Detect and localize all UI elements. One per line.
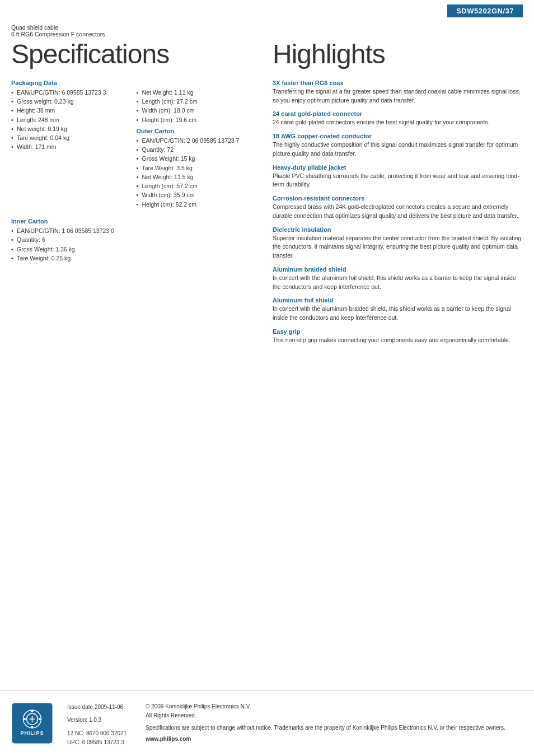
highlights-column: Highlights 3X faster than RG6 coax Trans…: [267, 38, 523, 351]
highlight-text-1: 24 carat gold-plated connectors ensure t…: [273, 118, 523, 127]
upc-line: UPC: 6 09585 13723 3: [67, 738, 134, 747]
list-item: Height: 38 mm: [11, 106, 131, 115]
highlight-title-2: 18 AWG copper-coated conductor: [273, 133, 523, 139]
philips-logo-svg: PHILIPS: [11, 702, 53, 744]
svg-point-6: [24, 718, 26, 720]
footer-meta: Issue date 2009-11-06 Version: 1.0.3 12 …: [67, 702, 134, 747]
packaging-data-heading: Packaging Data: [11, 80, 256, 86]
svg-point-7: [39, 718, 41, 720]
highlight-item-0: 3X faster than RG6 coax Transferring the…: [273, 80, 523, 105]
highlight-title-0: 3X faster than RG6 coax: [273, 80, 523, 86]
specifications-column: Specifications Packaging Data EAN/UPC/GT…: [11, 38, 267, 351]
highlight-item-5: Dielectric insulation Superior insulatio…: [273, 226, 523, 260]
list-item: Gross Weight: 1.36 kg: [11, 245, 256, 254]
list-item: Width (cm): 35.9 cm: [137, 190, 256, 199]
issue-date-value: 2009-11-06: [95, 704, 123, 710]
highlight-text-4: Compressed brass with 24K gold-electropl…: [273, 203, 523, 221]
version-label: Version:: [67, 717, 87, 723]
nc-line: 12 NC: 8670 000 32021: [67, 729, 134, 738]
outer-carton-list: EAN/UPC/GTIN: 2 06 09585 13723 7 Quantit…: [137, 136, 256, 209]
outer-carton-heading: Outer Carton: [137, 128, 256, 134]
nc-label: 12 NC:: [67, 730, 85, 736]
philips-logo-container: PHILIPS: [11, 702, 56, 745]
upc-value: 6 09585 13723 3: [82, 739, 124, 745]
highlight-text-7: In concert with the aluminum braided shi…: [273, 305, 523, 323]
nc-value: 8670 000 32021: [86, 730, 127, 736]
list-item: Gross weight: 0.23 kg: [11, 97, 131, 106]
rights-text: All Rights Reserved.: [146, 712, 196, 718]
list-item: EAN/UPC/GTIN: 2 06 09585 13723 7: [137, 136, 256, 145]
highlight-item-2: 18 AWG copper-coated conductor The highl…: [273, 133, 523, 158]
list-item: Tare Weight: 3.5 kg: [137, 164, 256, 172]
packaging-data-list1: EAN/UPC/GTIN: 6 09585 13723 3 Gross weig…: [11, 88, 131, 152]
highlight-title-8: Easy grip: [273, 328, 523, 335]
issue-date-label: Issue date: [67, 704, 93, 710]
highlight-item-4: Corrosion-resistant connectors Compresse…: [273, 195, 523, 221]
nc-upc: 12 NC: 8670 000 32021 UPC: 6 09585 13723…: [67, 729, 134, 747]
highlight-title-5: Dielectric insulation: [273, 226, 523, 233]
highlight-item-1: 24 carat gold-plated connector 24 carat …: [273, 110, 523, 127]
copyright: © 2009 Koninklijke Philips Electronics N…: [146, 702, 523, 720]
list-item: Height (cm): 19.6 cm: [137, 115, 256, 124]
highlight-title-3: Heavy-duty pliable jacket: [273, 164, 523, 171]
list-item: Width: 171 mm: [11, 142, 131, 151]
svg-rect-0: [12, 703, 52, 743]
highlight-item-6: Aluminum braided shield In concert with …: [273, 266, 523, 292]
list-item: Height (cm): 62.2 cm: [137, 200, 256, 209]
list-item: Tare weight: 0.04 kg: [11, 133, 131, 142]
list-item: Tare Weight: 0.25 kg: [11, 254, 256, 263]
list-item: Net weight: 0.19 kg: [11, 124, 131, 133]
page: SDW5202GN/37 Quad shield cable 6 ft RG6 …: [0, 0, 534, 756]
list-item: Gross Weight: 15 kg: [137, 154, 256, 163]
model-badge: SDW5202GN/37: [447, 4, 523, 17]
packaging-data-list2: Net Weight: 1.11 kg Length (cm): 27.2 cm…: [137, 88, 256, 124]
highlight-title-7: Aluminum foil shield: [273, 297, 523, 304]
product-line2: 6 ft RG6 Compression F connectors: [11, 31, 523, 38]
highlight-text-8: This non-slip grip makes connecting your…: [273, 336, 523, 345]
packaging-data-col1: EAN/UPC/GTIN: 6 09585 13723 3 Gross weig…: [11, 88, 131, 212]
highlight-item-8: Easy grip This non-slip grip makes conne…: [273, 328, 523, 345]
list-item: Quantity: 6: [11, 235, 256, 244]
highlight-item-7: Aluminum foil shield In concert with the…: [273, 297, 523, 323]
upc-label: UPC:: [67, 739, 81, 745]
main-content: Specifications Packaging Data EAN/UPC/GT…: [0, 38, 534, 351]
highlight-text-5: Superior insulation material separates t…: [273, 234, 523, 260]
inner-carton-heading: Inner Carton: [11, 218, 256, 225]
highlight-title-4: Corrosion-resistant connectors: [273, 195, 523, 202]
packaging-data-col2: Net Weight: 1.11 kg Length (cm): 27.2 cm…: [137, 88, 256, 212]
highlight-text-0: Transferring the signal at a far greater…: [273, 87, 523, 105]
copyright-text: © 2009 Koninklijke Philips Electronics N…: [146, 703, 251, 710]
list-item: EAN/UPC/GTIN: 6 09585 13723 3: [11, 88, 131, 97]
product-header: Quad shield cable 6 ft RG6 Compression F…: [0, 20, 534, 38]
footer: PHILIPS Issue date 2009-11-06 Ver: [0, 690, 534, 756]
highlight-text-6: In concert with the aluminum foil shield…: [273, 274, 523, 292]
inner-carton-list: EAN/UPC/GTIN: 1 06 09585 13723 0 Quantit…: [11, 226, 256, 263]
highlight-text-2: The highly conductive composition of thi…: [273, 141, 523, 158]
highlight-item-3: Heavy-duty pliable jacket Pliable PVC sh…: [273, 164, 523, 190]
svg-text:PHILIPS: PHILIPS: [20, 730, 44, 736]
footer-legal: © 2009 Koninklijke Philips Electronics N…: [146, 702, 523, 744]
svg-point-4: [31, 710, 34, 712]
list-item: EAN/UPC/GTIN: 1 06 09585 13723 0: [11, 226, 256, 235]
svg-point-5: [31, 726, 34, 728]
highlight-title-1: 24 carat gold-plated connector: [273, 110, 523, 117]
spec-title: Specifications: [11, 40, 256, 69]
list-item: Length (cm): 27.2 cm: [137, 97, 256, 106]
version: Version: 1.0.3: [67, 715, 134, 725]
packaging-data-cols: EAN/UPC/GTIN: 6 09585 13723 3 Gross weig…: [11, 88, 256, 212]
disclaimer-text: Specifications are subject to change wit…: [146, 724, 523, 732]
highlights-title: Highlights: [273, 40, 523, 69]
issue-date: Issue date 2009-11-06: [67, 702, 134, 712]
website-link[interactable]: www.philips.com: [146, 735, 523, 744]
list-item: Quantity: 72: [137, 145, 256, 154]
highlight-text-3: Pliable PVC sheathing surrounds the cabl…: [273, 172, 523, 190]
list-item: Length (cm): 57.2 cm: [137, 181, 256, 190]
list-item: Width (cm): 18.0 cm: [137, 106, 256, 115]
list-item: Net Weight: 1.11 kg: [137, 88, 256, 97]
list-item: Length: 248 mm: [11, 115, 131, 124]
header-bar: SDW5202GN/37: [0, 0, 534, 20]
list-item: Net Weight: 11.5 kg: [137, 172, 256, 181]
highlight-title-6: Aluminum braided shield: [273, 266, 523, 273]
version-value: 1.0.3: [89, 717, 101, 723]
product-line1: Quad shield cable: [11, 24, 523, 31]
